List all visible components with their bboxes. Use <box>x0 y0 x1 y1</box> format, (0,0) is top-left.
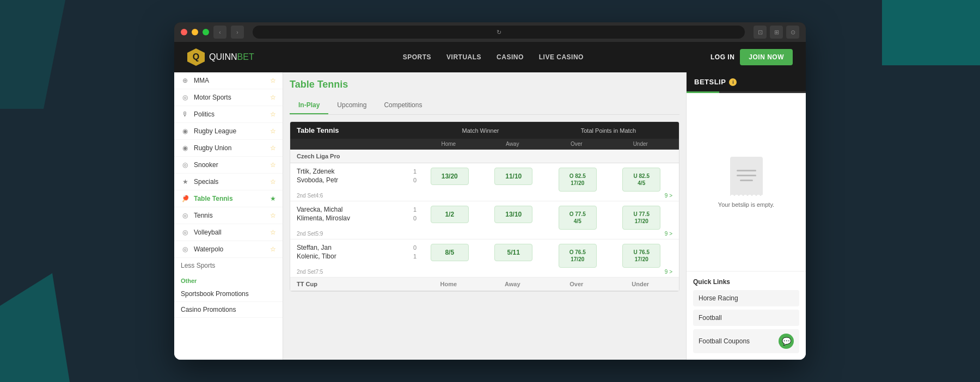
match-3-under-odds[interactable]: U 76.5 17/20 <box>622 244 660 268</box>
star-icon-tennis[interactable]: ☆ <box>270 212 276 219</box>
star-icon-motor[interactable]: ☆ <box>270 94 276 101</box>
tab-competitions[interactable]: Competitions <box>375 97 431 114</box>
other-section-label: Other <box>174 273 283 286</box>
quick-link-horse-racing[interactable]: Horse Racing <box>693 290 799 306</box>
league-czech-liga-pro: Czech Liga Pro <box>290 150 679 163</box>
match-2-more[interactable]: 9 > <box>665 231 672 237</box>
nav-live-casino[interactable]: LIVE CASINO <box>539 53 584 61</box>
sidebar-item-rugby-league[interactable]: ◉ Rugby League ☆ <box>174 123 283 140</box>
sidebar-label-rugby-league: Rugby League <box>194 127 270 135</box>
sidebar-item-volleyball[interactable]: ◎ Volleyball ☆ <box>174 224 283 241</box>
match-2-player1: Varecka, Michal <box>297 206 342 213</box>
match-2-over-odds-val: 4/5 <box>561 218 594 225</box>
sidebar-item-politics[interactable]: 🎙 Politics ☆ <box>174 106 283 123</box>
sidebar-label-sportsbook-promotions: Sportsbook Promotions <box>181 290 276 298</box>
sidebar-label-volleyball: Volleyball <box>194 229 270 236</box>
sidebar-item-snooker[interactable]: ◎ Snooker ☆ <box>174 157 283 174</box>
match-3-over-odds[interactable]: O 76.5 17/20 <box>559 244 597 268</box>
col-header-over: Over <box>544 141 609 147</box>
match-3-home-odds[interactable]: 8/5 <box>431 244 469 261</box>
nav-virtuals[interactable]: VIRTUALS <box>446 53 481 61</box>
mma-icon: ⊕ <box>181 76 189 85</box>
logo[interactable]: Q QUINNBET <box>187 48 254 66</box>
page-title: Table Tennis <box>290 79 679 90</box>
match-3-away-odds[interactable]: 5/11 <box>494 244 532 261</box>
sidebar-label-table-tennis: Table Tennis <box>194 195 270 202</box>
sidebar-item-waterpolo[interactable]: ◎ Waterpolo ☆ <box>174 241 283 258</box>
address-bar[interactable]: ↻ <box>253 26 745 39</box>
match-2-home-odds[interactable]: 1/2 <box>431 206 469 223</box>
match-3-score2: 1 <box>413 253 416 260</box>
match-2-set-info: 2nd Set5:9 <box>297 231 323 237</box>
main-content: Table Tennis In-Play Upcoming Competitio… <box>283 72 686 360</box>
browser-back[interactable]: ‹ <box>213 26 226 39</box>
sidebar-label-politics: Politics <box>194 110 270 118</box>
sidebar-label-waterpolo: Waterpolo <box>194 245 270 253</box>
match-3-under-odds-val: 17/20 <box>625 256 658 263</box>
match-2-away-odds[interactable]: 13/10 <box>494 206 532 223</box>
extensions-icon[interactable]: ⊞ <box>770 26 783 39</box>
nav-sports[interactable]: SPORTS <box>403 53 431 61</box>
browser-minimize[interactable] <box>192 29 198 35</box>
sidebar-item-motor-sports[interactable]: ◎ Motor Sports ☆ <box>174 89 283 106</box>
quick-link-football[interactable]: Football <box>693 310 799 326</box>
settings-icon[interactable]: ⊙ <box>786 26 799 39</box>
match-1-more[interactable]: 9 > <box>665 193 672 199</box>
sidebar-item-casino-promotions[interactable]: Casino Promotions <box>174 302 283 318</box>
star-icon-mma[interactable]: ☆ <box>270 77 276 84</box>
star-icon-volleyball[interactable]: ☆ <box>270 229 276 236</box>
betslip-empty: Your betslip is empty. <box>687 93 806 271</box>
match-2-under-label: U 77.5 <box>625 211 658 218</box>
match-2-under-odds-val: 17/20 <box>625 218 658 225</box>
motor-sports-icon: ◎ <box>181 93 189 102</box>
match-3-bottom: 2nd Set7:5 9 > <box>290 268 679 277</box>
right-panel: BETSLIP i Your betslip is empty. <box>686 72 806 360</box>
star-icon-politics[interactable]: ☆ <box>270 110 276 118</box>
match-1-over-odds[interactable]: O 82.5 17/20 <box>559 168 597 192</box>
tt-cup-under: Under <box>609 281 673 287</box>
match-2-over-odds[interactable]: O 77.5 4/5 <box>559 206 597 230</box>
nav-casino[interactable]: CASINO <box>497 53 524 61</box>
join-button[interactable]: JOIN NOW <box>740 49 793 65</box>
sidebar-item-sportsbook-promotions[interactable]: Sportsbook Promotions <box>174 286 283 302</box>
tab-upcoming[interactable]: Upcoming <box>328 97 375 114</box>
match-3-player1: Steffan, Jan <box>297 244 332 251</box>
star-icon-specials[interactable]: ☆ <box>270 178 276 186</box>
match-1-under-odds[interactable]: U 82.5 4/5 <box>622 168 660 192</box>
sidebar-item-table-tennis[interactable]: 🏓 Table Tennis ★ <box>174 190 283 207</box>
browser-close[interactable] <box>181 29 187 35</box>
sidebar-item-tennis[interactable]: ◎ Tennis ☆ <box>174 207 283 224</box>
login-button[interactable]: LOG IN <box>710 53 734 61</box>
match-1-score1: 1 <box>413 168 416 175</box>
sidebar-item-mma[interactable]: ⊕ MMA ☆ <box>174 72 283 89</box>
star-icon-rugby-league[interactable]: ☆ <box>270 127 276 135</box>
match-1-player1: Trtik, Zdenek <box>297 168 335 175</box>
tab-in-play[interactable]: In-Play <box>290 97 328 114</box>
quick-link-football-coupons[interactable]: Football Coupons 💬 <box>693 329 799 353</box>
receipt-line-1 <box>737 170 756 171</box>
star-icon-table-tennis[interactable]: ★ <box>270 195 276 202</box>
match-2-score1: 1 <box>413 206 416 213</box>
logo-text: QUINNBET <box>209 52 254 62</box>
sidebar-item-specials[interactable]: ★ Specials ☆ <box>174 174 283 190</box>
bookmark-icon[interactable]: ⊡ <box>754 26 767 39</box>
match-1-away-odds[interactable]: 11/10 <box>494 168 532 185</box>
browser-maximize[interactable] <box>203 29 209 35</box>
match-3-more[interactable]: 9 > <box>665 269 672 275</box>
chat-bubble-icon: 💬 <box>779 334 794 349</box>
volleyball-icon: ◎ <box>181 228 189 237</box>
match-1-home-odds[interactable]: 13/20 <box>431 168 469 185</box>
star-icon-snooker[interactable]: ☆ <box>270 161 276 169</box>
star-icon-rugby-union[interactable]: ☆ <box>270 144 276 152</box>
less-sports[interactable]: Less Sports <box>174 258 283 273</box>
match-3-over-odds-val: 17/20 <box>561 256 594 263</box>
match-1-over-odds-val: 17/20 <box>561 180 594 187</box>
match-2-under-odds[interactable]: U 77.5 17/20 <box>622 206 660 230</box>
match-3-players: Steffan, Jan 0 Kolenic, Tibor 1 <box>297 244 416 260</box>
league-tt-cup: TT Cup Home Away Over Under <box>290 278 679 291</box>
star-icon-waterpolo[interactable]: ☆ <box>270 245 276 253</box>
sidebar-item-rugby-union[interactable]: ◉ Rugby Union ☆ <box>174 140 283 157</box>
browser-forward[interactable]: › <box>231 26 244 39</box>
match-row-1: Trtik, Zdenek 1 Svoboda, Petr 0 13/20 <box>290 163 679 201</box>
sidebar-label-rugby-union: Rugby Union <box>194 144 270 152</box>
